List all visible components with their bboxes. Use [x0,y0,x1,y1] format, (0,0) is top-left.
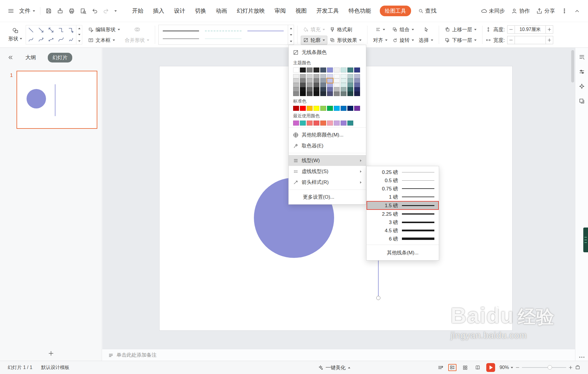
recent-color-swatch[interactable] [293,121,299,126]
line-weight-option[interactable]: 0.75 磅 [367,184,439,193]
standard-color-swatch[interactable] [341,106,346,111]
theme-tint-swatch[interactable] [347,74,353,78]
recent-color-swatch[interactable] [320,121,326,126]
theme-tint-swatch[interactable] [307,78,313,83]
theme-tint-swatch[interactable] [307,87,313,92]
theme-tint-swatch[interactable] [334,78,340,83]
line-weight-option[interactable]: 0.25 磅 [367,168,439,176]
theme-tint-swatch[interactable] [354,87,360,92]
line-weight-option[interactable]: 6 磅 [367,235,439,243]
notes-toggle-icon[interactable] [437,364,444,371]
shape-effects-button[interactable]: 形状效果 [327,36,364,45]
standard-color-swatch[interactable] [320,106,326,111]
notes-panel-icon[interactable] [579,54,585,60]
line-style-option[interactable] [205,35,241,43]
more-settings-item[interactable]: 更多设置(O)... [289,192,366,202]
toolbar-more-icon[interactable] [114,10,117,12]
theme-tint-swatch[interactable] [327,74,333,78]
fill-button[interactable]: 填充 [301,25,327,34]
select-icon-button[interactable] [416,25,436,34]
recent-color-swatch[interactable] [307,121,313,126]
zoom-out-icon[interactable] [515,365,520,370]
theme-tint-swatch[interactable] [341,74,346,78]
standard-color-swatch[interactable] [293,106,299,111]
line-weight-option[interactable]: 2.25 磅 [367,210,439,218]
theme-tint-swatch[interactable] [313,92,319,96]
line-endpoint-handle[interactable] [376,296,380,300]
width-value[interactable] [515,36,546,44]
arrow-style-item[interactable]: 箭头样式(R) [289,177,366,188]
theme-tint-swatch[interactable] [341,92,346,96]
theme-tint-swatch[interactable] [327,92,333,96]
notes-bar[interactable]: 单击此处添加备注 [102,349,575,361]
line-style-option[interactable] [247,27,284,35]
theme-tint-swatch[interactable] [320,87,326,92]
send-backward-button[interactable]: 下移一层 [442,36,479,45]
theme-tint-swatch[interactable] [320,83,326,87]
shapes-button[interactable]: 形状 [5,27,26,43]
width-increase-button[interactable] [546,36,553,44]
add-slide-button[interactable] [48,350,54,358]
format-painter-button[interactable]: 格式刷 [327,25,364,34]
other-lines-item[interactable]: 其他线条(M)... [367,247,439,258]
reading-view-button[interactable] [474,364,482,371]
theme-tint-swatch[interactable] [327,78,333,83]
gallery-more-icon[interactable] [290,41,292,42]
more-panels-icon[interactable] [579,357,584,358]
theme-tint-swatch[interactable] [354,74,360,78]
ribbon-tab[interactable]: 插入 [153,7,164,15]
merge-shapes-button[interactable]: 合并形状 [122,36,152,45]
shape-curve[interactable] [58,36,64,43]
line-style-option[interactable] [205,27,241,35]
recent-color-swatch[interactable] [334,121,340,126]
theme-tint-swatch[interactable] [300,78,306,83]
layout-panel-icon[interactable] [579,98,585,104]
fit-to-window-icon[interactable] [575,365,580,370]
standard-color-swatch[interactable] [347,106,353,111]
shape-curve-connector[interactable] [28,36,34,43]
collapse-ribbon-icon[interactable] [574,8,580,14]
slideshow-play-button[interactable] [486,363,495,372]
gallery-more-icon[interactable] [78,40,81,42]
recent-color-swatch[interactable] [327,121,333,126]
ribbon-tab[interactable]: 动画 [216,7,227,15]
theme-tint-swatch[interactable] [300,74,306,78]
template-name[interactable]: 默认设计模板 [41,365,70,371]
edit-shape-button[interactable]: 编辑形状 [86,25,122,34]
shape-line-double-arrow[interactable] [48,27,54,33]
theme-tint-swatch[interactable] [300,92,306,96]
save-icon[interactable] [45,8,52,14]
tab-outline[interactable]: 大纲 [25,54,36,61]
more-outline-colors-item[interactable]: 其他轮廓颜色(M)... [289,129,366,140]
shape-line-arrow[interactable] [38,27,44,33]
line-weight-option[interactable]: 4.5 磅 [367,226,439,235]
theme-color-swatch[interactable] [307,67,313,73]
standard-color-swatch[interactable] [313,106,319,111]
ribbon-tab[interactable]: 审阅 [275,7,286,15]
undo-icon[interactable] [91,8,98,14]
theme-tint-swatch[interactable] [320,74,326,78]
scroll-up-icon[interactable] [290,28,292,29]
theme-tint-swatch[interactable] [313,87,319,92]
line-style-option-empty[interactable] [247,35,284,43]
kebab-menu-icon[interactable] [561,8,568,14]
theme-tint-swatch[interactable] [347,83,353,87]
theme-tint-swatch[interactable] [320,92,326,96]
theme-tint-swatch[interactable] [293,74,299,78]
slide-sorter-view-button[interactable] [461,364,469,371]
scroll-down-icon[interactable] [78,34,81,35]
line-style-option[interactable] [163,35,199,43]
normal-view-button[interactable] [448,364,456,371]
zoom-value[interactable]: 90% [500,365,509,370]
scroll-down-icon[interactable] [290,34,292,36]
standard-color-swatch[interactable] [354,106,360,111]
shape-curve-double-arrow[interactable] [48,36,54,43]
theme-tint-swatch[interactable] [293,83,299,87]
line-weight-option[interactable]: 1 磅 [367,193,439,201]
theme-tint-swatch[interactable] [334,74,340,78]
theme-tint-swatch[interactable] [334,87,340,92]
line-weight-option[interactable]: 3 磅 [367,218,439,226]
group-button[interactable]: 组合 [390,25,416,34]
theme-tint-swatch[interactable] [334,83,340,87]
theme-tint-swatch[interactable] [354,78,360,83]
